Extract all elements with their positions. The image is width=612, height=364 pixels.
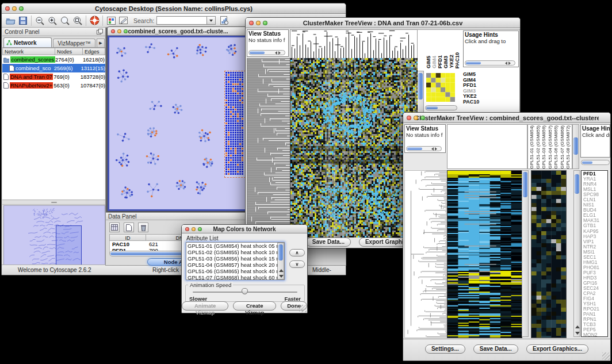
- vscrollbar-thumb[interactable]: [278, 244, 283, 260]
- attribute-listbox[interactable]: GPL51-01 (GSM854) heat shock 05 minGPL51…: [186, 242, 285, 280]
- treeview-button[interactable]: Settings...: [425, 344, 465, 354]
- col-nodes[interactable]: Nodes: [55, 48, 83, 55]
- network-row-selected[interactable]: combined_sco 2569(6) 13112(15): [2, 64, 105, 72]
- save-session-button[interactable]: [17, 15, 29, 26]
- delete-attribute-trash-icon[interactable]: [138, 223, 148, 232]
- minimize-button[interactable]: [414, 116, 418, 120]
- vizmap-palette-icon[interactable]: [105, 15, 117, 26]
- zoom-in-icon[interactable]: [46, 15, 59, 26]
- gene-label[interactable]: MON2: [583, 332, 607, 337]
- scroll-down-icon[interactable]: [575, 332, 580, 335]
- gene-label[interactable]: PAC10: [463, 99, 503, 105]
- zoom-window-button[interactable]: [124, 29, 128, 33]
- report-icon[interactable]: [218, 15, 231, 26]
- zoom-window-button[interactable]: [420, 116, 425, 120]
- select-attributes-icon[interactable]: [109, 223, 120, 232]
- scroll-up-icon[interactable]: [279, 269, 284, 272]
- gene-list[interactable]: PFD1YRA1RNR4MSL1SPC98CLN1NIS1BUD4ELG1MAK…: [581, 170, 608, 337]
- hscrollbar-thumb[interactable]: [426, 106, 438, 109]
- tab-vizmapper[interactable]: VizMapper™: [53, 39, 95, 47]
- slider-thumb[interactable]: [242, 288, 248, 294]
- dense-cluster-grid[interactable]: [224, 71, 246, 178]
- scroll-up-icon[interactable]: [575, 325, 580, 328]
- network-row[interactable]: DNA and Tran 07 769(0) 183728(0): [2, 72, 105, 81]
- attribute-item[interactable]: GPL51-07 (GSM868) heat shock 60 min: [186, 274, 277, 280]
- attribute-item[interactable]: GPL51-03 (GSM856) heat shock 15 min: [186, 255, 277, 262]
- treeview-button[interactable]: Save Data...: [473, 344, 518, 354]
- scroll-left-icon[interactable]: [275, 51, 277, 55]
- matrix-hscrollbar[interactable]: [425, 105, 457, 110]
- open-session-button[interactable]: [4, 15, 17, 26]
- genelist-vscrollbar[interactable]: [573, 170, 580, 337]
- overview-resize-handle[interactable]: [2, 200, 105, 205]
- expression-heatmap-canvas[interactable]: [290, 58, 418, 237]
- scroll-right-icon[interactable]: [278, 51, 281, 55]
- help-lifering-icon[interactable]: [88, 15, 101, 26]
- scroll-right-icon[interactable]: [508, 62, 511, 65]
- attribute-item[interactable]: GPL51-04 (GSM857) heat shock 20 min: [186, 262, 277, 268]
- zoom-fit-icon[interactable]: [59, 15, 71, 26]
- treeview-button[interactable]: Export Graphics...: [526, 344, 588, 354]
- minimize-button[interactable]: [256, 21, 261, 25]
- zoom-window-button[interactable]: [198, 227, 202, 231]
- zoom-selected-icon[interactable]: [71, 15, 84, 26]
- move-up-button[interactable]: ∧: [289, 249, 305, 256]
- heatmap-vscrollbar[interactable]: [522, 170, 529, 337]
- hscrollbar-thumb[interactable]: [407, 147, 422, 150]
- row-dendrogram-canvas[interactable]: [404, 170, 447, 338]
- attribute-item[interactable]: GPL51-06 (GSM865) heat shock 40 min: [186, 268, 277, 274]
- zoom-out-icon[interactable]: [33, 15, 46, 26]
- minimize-button[interactable]: [192, 227, 196, 231]
- zoom-window-button[interactable]: [263, 21, 267, 25]
- zoom-window-button[interactable]: [19, 6, 24, 11]
- close-button[interactable]: [5, 6, 10, 11]
- move-down-button[interactable]: ∨: [289, 260, 305, 268]
- network-row[interactable]: combined_scores 2764(0) 16218(0): [2, 55, 105, 64]
- scroll-down-icon[interactable]: [279, 275, 284, 278]
- dialog-titlebar[interactable]: Map Colors to Network: [182, 225, 307, 233]
- column-dendrogram-canvas[interactable]: [290, 29, 418, 59]
- scroll-left-icon[interactable]: [505, 62, 507, 65]
- new-attribute-icon[interactable]: [124, 223, 134, 232]
- resize-grip[interactable]: [602, 352, 610, 360]
- treeview-combined-titlebar[interactable]: ClusterMaker TreeView : combined_scores_…: [403, 113, 610, 123]
- view-status-hscrollbar[interactable]: [406, 146, 442, 151]
- column-dendrogram-area[interactable]: [447, 124, 527, 169]
- zoom-heatmap-canvas[interactable]: [531, 170, 567, 338]
- attribute-item[interactable]: GPL51-02 (GSM855) heat shock 10 min: [186, 249, 277, 255]
- row-dendrogram-canvas[interactable]: [247, 58, 290, 237]
- col-network[interactable]: Network: [2, 48, 55, 55]
- resize-grip[interactable]: [299, 305, 307, 312]
- close-button[interactable]: [249, 21, 254, 25]
- usage-hints-hscrollbar[interactable]: [581, 160, 610, 165]
- vscrollbar-thumb[interactable]: [418, 73, 423, 99]
- network-view-titlebar[interactable]: combined_scores_good.txt--cluste...: [108, 27, 248, 36]
- main-titlebar[interactable]: Cytoscape Desktop (Session Name: collins…: [2, 3, 346, 14]
- view-status-hscrollbar[interactable]: [248, 50, 285, 55]
- id-column-header[interactable]: ID: [109, 234, 146, 241]
- network-canvas-area[interactable]: [108, 36, 248, 211]
- hscrollbar-thumb[interactable]: [466, 62, 481, 64]
- scroll-right-icon[interactable]: [435, 147, 437, 151]
- network-row[interactable]: RNAPuberNov2+ 563(0) 107847(0): [2, 81, 105, 90]
- annotation-icon[interactable]: [117, 15, 130, 26]
- scroll-left-icon[interactable]: [431, 147, 434, 151]
- close-button[interactable]: [111, 29, 115, 33]
- search-dropdown-icon[interactable]: [207, 16, 216, 25]
- vscrollbar-thumb[interactable]: [575, 174, 579, 194]
- column-labels-vscrollbar[interactable]: [572, 124, 579, 169]
- tab-network[interactable]: Network: [3, 37, 52, 47]
- hscrollbar-thumb[interactable]: [250, 51, 265, 54]
- overview-canvas[interactable]: [3, 205, 105, 266]
- float-panel-icon[interactable]: [97, 26, 103, 37]
- col-edges[interactable]: Edges: [83, 48, 105, 55]
- treeview-dna-titlebar[interactable]: ClusterMaker TreeView : DNA and Tran 07-…: [246, 18, 520, 28]
- close-button[interactable]: [407, 116, 411, 120]
- animate-vizmap-button[interactable]: Animate Vizmap: [182, 301, 228, 311]
- treeview-button[interactable]: Save Data...: [306, 237, 351, 247]
- close-button[interactable]: [185, 227, 189, 231]
- tab-overflow-button[interactable]: ▶: [97, 39, 105, 47]
- minimize-button[interactable]: [117, 29, 121, 33]
- vscrollbar-thumb[interactable]: [523, 172, 527, 197]
- search-input[interactable]: [156, 16, 207, 25]
